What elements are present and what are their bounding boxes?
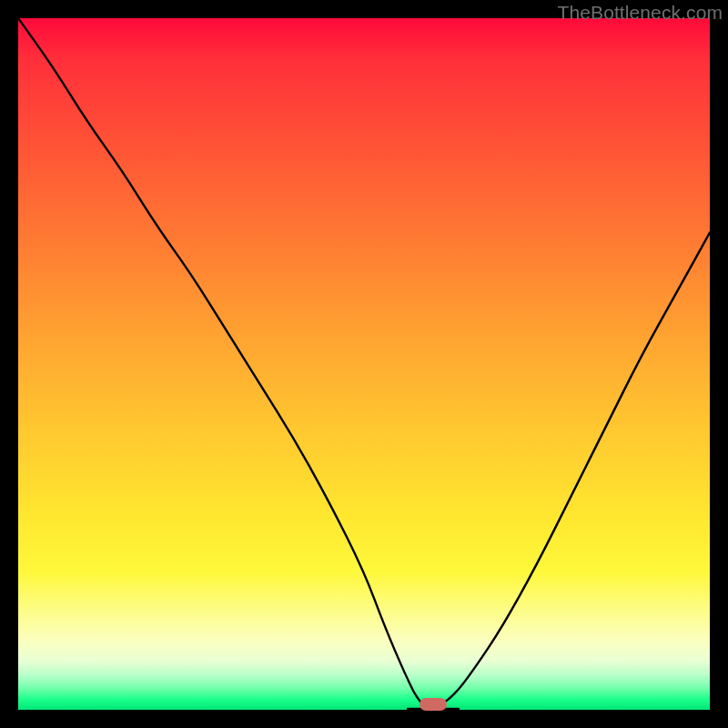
chart-frame: TheBottleneck.com	[0, 0, 728, 728]
optimal-point-marker	[420, 698, 447, 711]
bottleneck-curve	[18, 18, 710, 710]
watermark-text: TheBottleneck.com	[558, 2, 723, 24]
plot-area	[18, 18, 710, 710]
curve-path	[18, 18, 710, 710]
